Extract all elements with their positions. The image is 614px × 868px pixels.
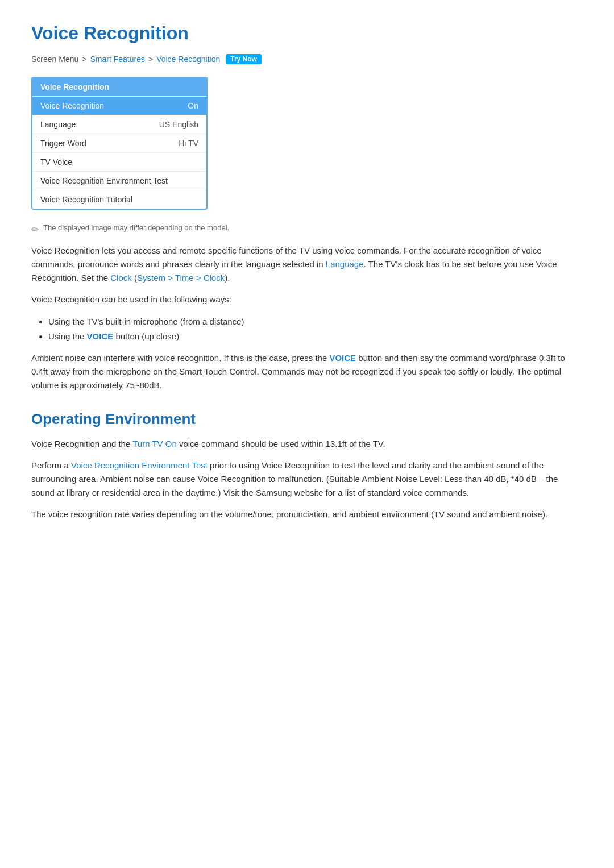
operating-para-3: The voice recognition rate varies depend…: [31, 508, 583, 521]
menu-item-value-voice-recognition: On: [188, 101, 198, 110]
try-now-badge[interactable]: Try Now: [226, 54, 262, 64]
breadcrumb-voice-recognition[interactable]: Voice Recognition: [156, 55, 220, 64]
breadcrumb-separator-1: >: [82, 55, 86, 64]
operating-para-1: Voice Recognition and the Turn TV On voi…: [31, 437, 583, 451]
menu-item-label-tutorial: Voice Recognition Tutorial: [40, 195, 132, 204]
menu-item-value-trigger-word: Hi TV: [179, 139, 198, 148]
usage-list-item-2: Using the VOICE button (up close): [48, 329, 583, 344]
breadcrumb-smart-features[interactable]: Smart Features: [90, 55, 144, 64]
menu-panel: Voice Recognition Voice Recognition On L…: [31, 77, 208, 210]
intro-paragraph: Voice Recognition lets you access and re…: [31, 244, 583, 285]
usage-list-item-1: Using the TV's built-in microphone (from…: [48, 314, 583, 329]
voice-keyword-2: VOICE: [329, 353, 356, 363]
language-link[interactable]: Language: [326, 259, 364, 269]
breadcrumb: Screen Menu > Smart Features > Voice Rec…: [31, 54, 583, 64]
usage-intro-paragraph: Voice Recognition can be used in the fol…: [31, 293, 583, 306]
menu-item-label-voice-recognition: Voice Recognition: [40, 101, 104, 110]
menu-item-label-language: Language: [40, 120, 76, 129]
usage-list: Using the TV's built-in microphone (from…: [48, 314, 583, 343]
note-row: ✏ The displayed image may differ dependi…: [31, 223, 583, 235]
page-title: Voice Recognition: [31, 23, 583, 44]
menu-item-environment-test[interactable]: Voice Recognition Environment Test: [32, 171, 206, 190]
turn-tv-on-link[interactable]: Turn TV On: [132, 439, 177, 448]
breadcrumb-separator-2: >: [148, 55, 153, 64]
menu-item-trigger-word[interactable]: Trigger Word Hi TV: [32, 134, 206, 152]
operating-para-2: Perform a Voice Recognition Environment …: [31, 459, 583, 500]
note-text: The displayed image may differ depending…: [43, 223, 229, 232]
menu-item-language[interactable]: Language US English: [32, 115, 206, 134]
menu-item-label-environment-test: Voice Recognition Environment Test: [40, 176, 168, 185]
breadcrumb-screen-menu: Screen Menu: [31, 55, 78, 64]
menu-item-voice-recognition[interactable]: Voice Recognition On: [32, 96, 206, 115]
voice-keyword-1: VOICE: [87, 331, 114, 341]
environment-test-link[interactable]: Voice Recognition Environment Test: [71, 460, 208, 470]
operating-environment-heading: Operating Environment: [31, 410, 583, 428]
menu-item-value-language: US English: [159, 120, 198, 129]
menu-item-label-trigger-word: Trigger Word: [40, 139, 86, 148]
pencil-icon: ✏: [31, 224, 39, 235]
clock-link[interactable]: Clock: [110, 273, 132, 283]
menu-item-tv-voice[interactable]: TV Voice: [32, 152, 206, 171]
menu-item-label-tv-voice: TV Voice: [40, 157, 72, 167]
menu-item-tutorial[interactable]: Voice Recognition Tutorial: [32, 190, 206, 209]
system-time-clock-link[interactable]: System > Time > Clock: [137, 273, 225, 283]
menu-panel-title: Voice Recognition: [32, 78, 206, 96]
ambient-paragraph: Ambient noise can interfere with voice r…: [31, 351, 583, 392]
